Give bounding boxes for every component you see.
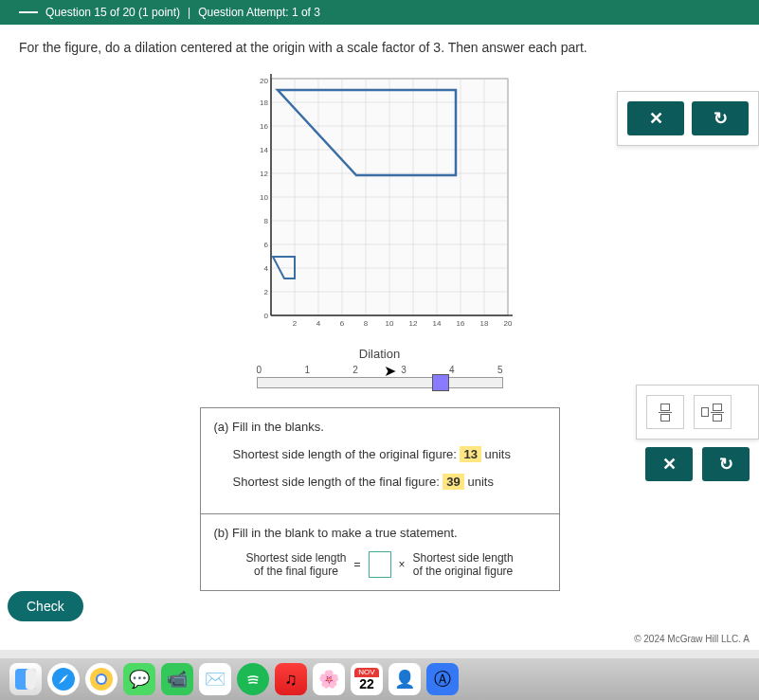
tick-3: 3 [401, 365, 407, 375]
line1-suffix: units [481, 447, 511, 461]
content-area: For the figure, do a dilation centered a… [0, 25, 759, 650]
left-fraction-text: Shortest side length of the final figure [245, 551, 346, 579]
finder-icon[interactable] [9, 663, 42, 695]
mail-icon[interactable]: ✉️ [199, 663, 231, 695]
fraction-button[interactable] [646, 395, 684, 429]
music-icon[interactable]: ♫ [275, 663, 307, 695]
svg-text:2: 2 [292, 319, 297, 328]
tick-5: 5 [497, 365, 503, 375]
svg-point-54 [98, 675, 105, 683]
svg-text:16: 16 [260, 122, 268, 131]
svg-text:18: 18 [479, 319, 488, 328]
coordinate-grid[interactable]: 2468101214161820 02468101214161820 [247, 74, 513, 339]
scale-factor-input[interactable] [369, 551, 391, 578]
line1-prefix: Shortest side length of the original fig… [233, 447, 461, 461]
slider-handle[interactable] [432, 374, 449, 391]
svg-text:10: 10 [260, 193, 268, 202]
times-sign: × [399, 558, 406, 571]
clear-button[interactable]: ✕ [645, 447, 693, 481]
svg-text:4: 4 [263, 264, 268, 273]
part-a: (a) Fill in the blanks. Shortest side le… [201, 408, 559, 514]
copyright-text: © 2024 McGraw Hill LLC. A [634, 634, 750, 644]
right-fraction-text: Shortest side length of the original fig… [413, 551, 514, 579]
svg-text:20: 20 [503, 319, 512, 328]
dilation-label: Dilation [359, 347, 400, 361]
app-store-icon[interactable]: Ⓐ [426, 663, 459, 695]
svg-text:14: 14 [260, 146, 268, 154]
tick-0: 0 [257, 365, 262, 375]
part-a-line1: Shortest side length of the original fig… [233, 447, 546, 461]
reset-button[interactable]: ↻ [692, 101, 749, 135]
mixed-fraction-button[interactable] [694, 395, 732, 429]
macos-dock: 💬 📹 ✉️ ♫ 🌸 NOV 22 👤 Ⓐ [0, 658, 759, 700]
svg-text:6: 6 [339, 319, 344, 328]
facetime-icon[interactable]: 📹 [161, 663, 193, 695]
tick-1: 1 [304, 365, 310, 375]
line2-suffix: units [464, 475, 494, 489]
svg-text:4: 4 [316, 319, 320, 328]
dilation-slider[interactable]: 0 1 2 3 4 5 [257, 365, 503, 388]
svg-text:8: 8 [263, 217, 268, 225]
svg-text:8: 8 [363, 319, 368, 328]
safari-icon[interactable] [47, 663, 80, 695]
equals-sign: = [353, 558, 360, 571]
spotify-icon[interactable] [237, 663, 269, 695]
calendar-icon[interactable]: NOV 22 [351, 663, 383, 695]
answer-box: (a) Fill in the blanks. Shortest side le… [200, 407, 560, 591]
svg-text:2: 2 [263, 288, 268, 296]
question-counter: Question 15 of 20 (1 point) [45, 6, 180, 19]
contacts-icon[interactable]: 👤 [389, 663, 421, 695]
part-a-line2: Shortest side length of the final figure… [233, 475, 546, 489]
question-prompt: For the figure, do a dilation centered a… [19, 40, 740, 55]
svg-text:12: 12 [260, 170, 268, 178]
final-answer[interactable]: 39 [443, 474, 463, 490]
svg-text:14: 14 [432, 319, 441, 328]
attempt-counter: Question Attempt: 1 of 3 [198, 6, 320, 19]
part-a-label: (a) Fill in the blanks. [214, 420, 546, 434]
part-b-label: (b) Fill in the blank to make a true sta… [214, 526, 546, 540]
part-b: (b) Fill in the blank to make a true sta… [201, 514, 559, 590]
svg-text:6: 6 [263, 241, 268, 249]
undo-button[interactable]: ↻ [702, 447, 750, 481]
original-answer[interactable]: 13 [460, 446, 480, 462]
slider-track[interactable] [257, 377, 503, 388]
svg-text:12: 12 [408, 319, 417, 328]
header-bar: Question 15 of 20 (1 point) | Question A… [0, 0, 759, 25]
input-tools: ✕ ↻ [636, 385, 759, 481]
tick-4: 4 [449, 365, 455, 375]
svg-text:18: 18 [260, 99, 268, 107]
check-button[interactable]: Check [8, 591, 83, 621]
svg-text:0: 0 [263, 312, 268, 320]
svg-text:20: 20 [260, 77, 268, 85]
close-button[interactable]: ✕ [627, 101, 684, 135]
svg-text:10: 10 [385, 319, 393, 328]
svg-rect-49 [26, 669, 36, 690]
messages-icon[interactable]: 💬 [123, 663, 155, 695]
line2-prefix: Shortest side length of the final figure… [233, 475, 443, 489]
chrome-icon[interactable] [85, 663, 117, 695]
photos-icon[interactable]: 🌸 [313, 663, 345, 695]
svg-text:16: 16 [456, 319, 464, 328]
graph-controls: ✕ ↻ [617, 91, 759, 146]
divider: | [188, 6, 190, 19]
tick-2: 2 [352, 365, 358, 375]
menu-icon[interactable] [19, 11, 38, 13]
